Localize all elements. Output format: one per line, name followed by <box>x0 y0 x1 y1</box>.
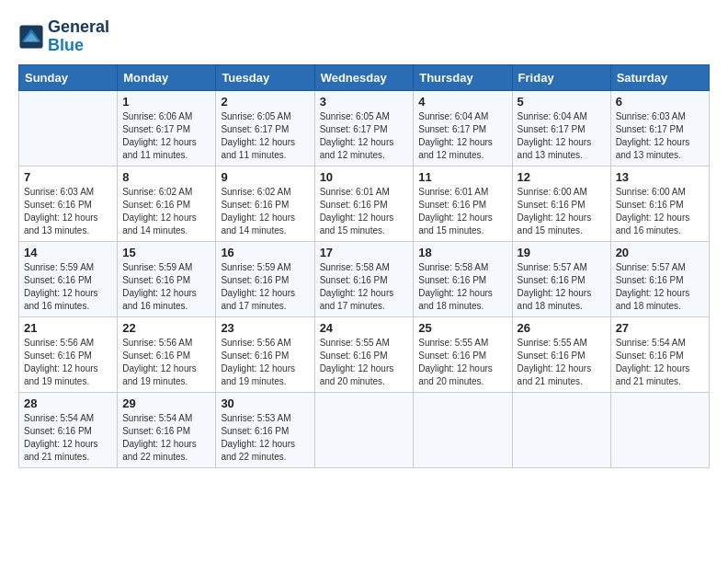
day-number: 17 <box>320 246 409 259</box>
calendar-cell: 23Sunrise: 5:56 AM Sunset: 6:16 PM Dayli… <box>216 316 314 392</box>
day-number: 3 <box>320 95 409 109</box>
day-info: Sunrise: 5:59 AM Sunset: 6:16 PM Dayligh… <box>24 261 112 313</box>
day-info: Sunrise: 6:04 AM Sunset: 6:17 PM Dayligh… <box>518 110 606 162</box>
day-info: Sunrise: 6:00 AM Sunset: 6:16 PM Dayligh… <box>616 186 704 237</box>
day-number: 16 <box>221 246 309 259</box>
day-number: 8 <box>122 170 210 184</box>
day-info: Sunrise: 5:58 AM Sunset: 6:16 PM Dayligh… <box>320 261 409 313</box>
day-number: 19 <box>518 246 606 259</box>
calendar-cell <box>414 392 512 467</box>
calendar-cell: 10Sunrise: 6:01 AM Sunset: 6:16 PM Dayli… <box>314 166 414 241</box>
day-number: 28 <box>24 396 112 410</box>
calendar-cell: 4Sunrise: 6:04 AM Sunset: 6:17 PM Daylig… <box>414 90 512 166</box>
day-number: 10 <box>320 170 409 184</box>
day-info: Sunrise: 6:05 AM Sunset: 6:17 PM Dayligh… <box>221 110 309 162</box>
calendar-cell: 21Sunrise: 5:56 AM Sunset: 6:16 PM Dayli… <box>19 316 118 392</box>
day-info: Sunrise: 6:01 AM Sunset: 6:16 PM Dayligh… <box>418 186 506 237</box>
day-number: 11 <box>418 170 506 184</box>
day-number: 15 <box>122 246 210 259</box>
calendar-cell <box>512 392 610 467</box>
calendar-cell: 27Sunrise: 5:54 AM Sunset: 6:16 PM Dayli… <box>610 316 709 392</box>
week-row-2: 7Sunrise: 6:03 AM Sunset: 6:16 PM Daylig… <box>19 166 710 241</box>
day-info: Sunrise: 6:04 AM Sunset: 6:17 PM Dayligh… <box>418 110 506 162</box>
day-info: Sunrise: 6:06 AM Sunset: 6:17 PM Dayligh… <box>122 110 210 162</box>
calendar-cell: 28Sunrise: 5:54 AM Sunset: 6:16 PM Dayli… <box>19 392 118 467</box>
day-info: Sunrise: 5:55 AM Sunset: 6:16 PM Dayligh… <box>518 337 606 388</box>
day-header-sunday: Sunday <box>19 64 118 90</box>
day-info: Sunrise: 5:59 AM Sunset: 6:16 PM Dayligh… <box>122 261 210 313</box>
logo: General Blue <box>18 18 109 55</box>
week-row-1: 1Sunrise: 6:06 AM Sunset: 6:17 PM Daylig… <box>19 90 710 166</box>
calendar-cell: 17Sunrise: 5:58 AM Sunset: 6:16 PM Dayli… <box>314 241 414 316</box>
day-number: 30 <box>221 396 309 410</box>
calendar-cell: 6Sunrise: 6:03 AM Sunset: 6:17 PM Daylig… <box>610 90 709 166</box>
day-number: 7 <box>24 170 112 184</box>
week-row-4: 21Sunrise: 5:56 AM Sunset: 6:16 PM Dayli… <box>19 316 710 392</box>
day-number: 21 <box>24 321 112 335</box>
calendar-cell: 5Sunrise: 6:04 AM Sunset: 6:17 PM Daylig… <box>512 90 610 166</box>
day-number: 4 <box>418 95 506 109</box>
week-row-5: 28Sunrise: 5:54 AM Sunset: 6:16 PM Dayli… <box>19 392 710 467</box>
calendar-cell: 8Sunrise: 6:02 AM Sunset: 6:16 PM Daylig… <box>118 166 216 241</box>
calendar-cell: 2Sunrise: 6:05 AM Sunset: 6:17 PM Daylig… <box>216 90 314 166</box>
day-number: 23 <box>221 321 309 335</box>
day-header-tuesday: Tuesday <box>216 64 314 90</box>
day-number: 20 <box>616 246 704 259</box>
day-number: 27 <box>616 321 704 335</box>
calendar-cell: 12Sunrise: 6:00 AM Sunset: 6:16 PM Dayli… <box>512 166 610 241</box>
week-row-3: 14Sunrise: 5:59 AM Sunset: 6:16 PM Dayli… <box>19 241 710 316</box>
day-info: Sunrise: 6:05 AM Sunset: 6:17 PM Dayligh… <box>320 110 409 162</box>
day-number: 6 <box>616 95 704 109</box>
day-number: 1 <box>122 95 210 109</box>
day-info: Sunrise: 5:56 AM Sunset: 6:16 PM Dayligh… <box>122 337 210 388</box>
calendar-table: SundayMondayTuesdayWednesdayThursdayFrid… <box>18 64 710 468</box>
day-number: 26 <box>518 321 606 335</box>
calendar-cell: 15Sunrise: 5:59 AM Sunset: 6:16 PM Dayli… <box>118 241 216 316</box>
calendar-cell: 29Sunrise: 5:54 AM Sunset: 6:16 PM Dayli… <box>118 392 216 467</box>
day-number: 22 <box>122 321 210 335</box>
day-info: Sunrise: 5:58 AM Sunset: 6:16 PM Dayligh… <box>418 261 506 313</box>
calendar-cell: 22Sunrise: 5:56 AM Sunset: 6:16 PM Dayli… <box>118 316 216 392</box>
day-header-wednesday: Wednesday <box>314 64 414 90</box>
day-number: 29 <box>122 396 210 410</box>
day-header-monday: Monday <box>118 64 216 90</box>
day-info: Sunrise: 5:53 AM Sunset: 6:16 PM Dayligh… <box>221 412 309 464</box>
logo-text: General Blue <box>48 18 109 55</box>
calendar-cell <box>314 392 414 467</box>
day-info: Sunrise: 5:57 AM Sunset: 6:16 PM Dayligh… <box>616 261 704 313</box>
day-info: Sunrise: 5:54 AM Sunset: 6:16 PM Dayligh… <box>24 412 112 464</box>
day-info: Sunrise: 6:01 AM Sunset: 6:16 PM Dayligh… <box>320 186 409 237</box>
calendar-cell: 3Sunrise: 6:05 AM Sunset: 6:17 PM Daylig… <box>314 90 414 166</box>
day-number: 25 <box>418 321 506 335</box>
calendar-cell: 7Sunrise: 6:03 AM Sunset: 6:16 PM Daylig… <box>19 166 118 241</box>
day-header-saturday: Saturday <box>610 64 709 90</box>
page-header: General Blue <box>18 18 710 55</box>
day-info: Sunrise: 5:56 AM Sunset: 6:16 PM Dayligh… <box>24 337 112 388</box>
header-row: SundayMondayTuesdayWednesdayThursdayFrid… <box>19 64 710 90</box>
calendar-cell: 14Sunrise: 5:59 AM Sunset: 6:16 PM Dayli… <box>19 241 118 316</box>
day-info: Sunrise: 6:00 AM Sunset: 6:16 PM Dayligh… <box>518 186 606 237</box>
calendar-cell: 9Sunrise: 6:02 AM Sunset: 6:16 PM Daylig… <box>216 166 314 241</box>
calendar-cell: 13Sunrise: 6:00 AM Sunset: 6:16 PM Dayli… <box>610 166 709 241</box>
day-info: Sunrise: 5:54 AM Sunset: 6:16 PM Dayligh… <box>122 412 210 464</box>
day-info: Sunrise: 6:03 AM Sunset: 6:16 PM Dayligh… <box>24 186 112 237</box>
calendar-cell: 16Sunrise: 5:59 AM Sunset: 6:16 PM Dayli… <box>216 241 314 316</box>
calendar-cell <box>19 90 118 166</box>
day-info: Sunrise: 6:03 AM Sunset: 6:17 PM Dayligh… <box>616 110 704 162</box>
day-number: 12 <box>518 170 606 184</box>
day-number: 2 <box>221 95 309 109</box>
logo-icon <box>18 24 44 50</box>
day-number: 24 <box>320 321 409 335</box>
day-header-friday: Friday <box>512 64 610 90</box>
calendar-cell: 30Sunrise: 5:53 AM Sunset: 6:16 PM Dayli… <box>216 392 314 467</box>
calendar-cell: 1Sunrise: 6:06 AM Sunset: 6:17 PM Daylig… <box>118 90 216 166</box>
day-number: 5 <box>518 95 606 109</box>
day-number: 18 <box>418 246 506 259</box>
calendar-cell <box>610 392 709 467</box>
day-number: 9 <box>221 170 309 184</box>
calendar-cell: 18Sunrise: 5:58 AM Sunset: 6:16 PM Dayli… <box>414 241 512 316</box>
day-info: Sunrise: 5:59 AM Sunset: 6:16 PM Dayligh… <box>221 261 309 313</box>
calendar-cell: 25Sunrise: 5:55 AM Sunset: 6:16 PM Dayli… <box>414 316 512 392</box>
day-info: Sunrise: 5:57 AM Sunset: 6:16 PM Dayligh… <box>518 261 606 313</box>
day-info: Sunrise: 5:55 AM Sunset: 6:16 PM Dayligh… <box>418 337 506 388</box>
